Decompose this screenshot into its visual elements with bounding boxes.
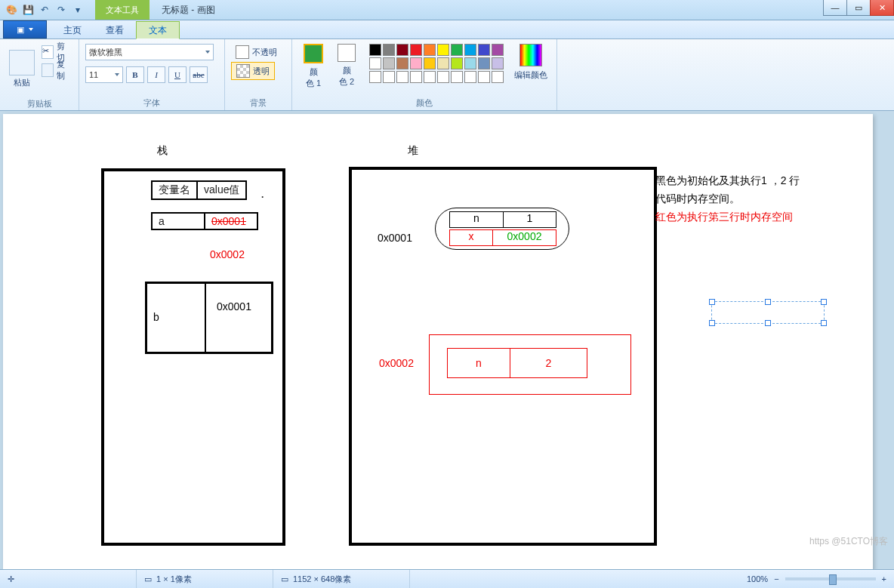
heap1-n-key: n bbox=[450, 212, 504, 227]
copy-button[interactable]: 复制 bbox=[40, 62, 72, 79]
palette-swatch[interactable] bbox=[396, 44, 408, 56]
close-button[interactable]: ✕ bbox=[870, 0, 894, 16]
copy-label: 复制 bbox=[57, 59, 71, 82]
maximize-button[interactable]: ▭ bbox=[846, 0, 871, 16]
palette-swatch[interactable] bbox=[410, 57, 422, 69]
quick-access-toolbar: 🎨 💾 ↶ ↷ ▾ bbox=[0, 3, 89, 17]
heap1-x-key: x bbox=[450, 230, 493, 245]
palette-swatch[interactable] bbox=[383, 44, 395, 56]
palette-swatch[interactable] bbox=[396, 57, 408, 69]
a-newval: 0x0002 bbox=[210, 248, 245, 260]
edit-colors-label: 编辑颜色 bbox=[514, 69, 547, 81]
palette-swatch[interactable] bbox=[383, 71, 395, 83]
minimize-button[interactable]: — bbox=[823, 0, 847, 16]
palette-swatch[interactable] bbox=[492, 71, 504, 83]
palette-swatch[interactable] bbox=[464, 71, 476, 83]
palette-swatch[interactable] bbox=[424, 57, 436, 69]
zoom-in-button[interactable]: + bbox=[882, 574, 886, 583]
tab-text[interactable]: 文本 bbox=[136, 21, 180, 39]
cut-button[interactable]: ✂剪切 bbox=[40, 44, 72, 60]
palette-swatch[interactable] bbox=[410, 44, 422, 56]
file-menu-button[interactable]: ▣ bbox=[3, 20, 47, 38]
font-size-combo[interactable]: 11 bbox=[85, 66, 123, 83]
cell-a-val: 0x0001 bbox=[205, 214, 252, 229]
heap2-n-val: 2 bbox=[510, 349, 587, 377]
palette-swatch[interactable] bbox=[451, 57, 463, 69]
underline-button[interactable]: U bbox=[168, 66, 187, 83]
paste-label: 粘贴 bbox=[14, 77, 30, 88]
canvas-area[interactable]: 栈 堆 变量名 value值 . a 0x0001 0x0002 b 0x000… bbox=[0, 111, 894, 569]
palette-swatch[interactable] bbox=[383, 57, 395, 69]
crosshair-icon: ✛ bbox=[8, 574, 14, 584]
scissors-icon: ✂ bbox=[42, 45, 54, 59]
tab-view[interactable]: 查看 bbox=[94, 22, 136, 38]
palette-swatch[interactable] bbox=[451, 44, 463, 56]
palette-swatch[interactable] bbox=[424, 71, 436, 83]
zoom-slider[interactable] bbox=[785, 577, 876, 580]
palette-swatch[interactable] bbox=[437, 71, 449, 83]
palette-swatch[interactable] bbox=[396, 71, 408, 83]
zoom-out-button[interactable]: − bbox=[774, 574, 778, 583]
transparent-button[interactable]: 透明 bbox=[231, 62, 275, 80]
color2-button[interactable]: 颜 色 2 bbox=[331, 44, 362, 88]
edit-colors-button[interactable]: 编辑颜色 bbox=[511, 44, 550, 81]
palette-swatch[interactable] bbox=[437, 44, 449, 56]
color2-label: 颜 色 2 bbox=[339, 65, 354, 88]
tab-home[interactable]: 主页 bbox=[51, 22, 94, 38]
bold-button[interactable]: B bbox=[126, 66, 144, 83]
palette-swatch[interactable] bbox=[492, 57, 504, 69]
cell-b-val: 0x0001 bbox=[217, 300, 251, 312]
palette-swatch[interactable] bbox=[464, 44, 476, 56]
canvas[interactable]: 栈 堆 变量名 value值 . a 0x0001 0x0002 b 0x000… bbox=[3, 114, 873, 569]
group-clipboard: 粘贴 ✂剪切 复制 剪贴板 bbox=[0, 39, 79, 110]
palette-swatch[interactable] bbox=[369, 57, 381, 69]
palette-swatch[interactable] bbox=[424, 44, 436, 56]
palette-swatch[interactable] bbox=[437, 57, 449, 69]
palette-swatch[interactable] bbox=[369, 44, 381, 56]
palette-swatch[interactable] bbox=[478, 44, 490, 56]
italic-button[interactable]: I bbox=[147, 66, 165, 83]
window-title: 无标题 - 画图 bbox=[162, 4, 215, 17]
color1-button[interactable]: 颜 色 1 bbox=[298, 44, 328, 89]
note-line1: 黑色为初始化及其执行1 ，2 行 bbox=[655, 174, 800, 188]
strike-button[interactable]: abc bbox=[190, 66, 208, 83]
font-family-combo[interactable]: 微软雅黑 bbox=[85, 44, 214, 60]
palette-swatch[interactable] bbox=[451, 71, 463, 83]
heap2-n-key: n bbox=[448, 349, 510, 377]
color2-swatch bbox=[338, 44, 356, 62]
app-icon[interactable]: 🎨 bbox=[5, 3, 18, 17]
cell-a-name: a bbox=[153, 214, 205, 229]
palette-swatch[interactable] bbox=[478, 71, 490, 83]
th-val: value值 bbox=[198, 182, 245, 199]
palette-swatch[interactable] bbox=[478, 57, 490, 69]
text-selection-frame[interactable] bbox=[711, 301, 825, 324]
redo-icon[interactable]: ↷ bbox=[54, 3, 68, 17]
status-canvas-size: ▭1152 × 648像素 bbox=[273, 570, 410, 588]
color-palette bbox=[369, 44, 504, 83]
row-a: a 0x0001 bbox=[151, 212, 258, 230]
zoom-level: 100% bbox=[747, 574, 768, 583]
palette-swatch[interactable] bbox=[410, 71, 422, 83]
palette-swatch[interactable] bbox=[369, 71, 381, 83]
heap-title: 堆 bbox=[408, 144, 418, 158]
ribbon: 粘贴 ✂剪切 复制 剪贴板 微软雅黑 11 B I U abc 字 bbox=[0, 39, 894, 111]
transparent-label: 透明 bbox=[253, 66, 270, 77]
rainbow-icon bbox=[519, 44, 542, 66]
transparent-icon bbox=[236, 64, 250, 78]
heap1-obj: n 1 x 0x0002 bbox=[435, 208, 569, 250]
heap1-n-val: 1 bbox=[504, 212, 556, 227]
palette-swatch[interactable] bbox=[464, 57, 476, 69]
group-font: 微软雅黑 11 B I U abc 字体 bbox=[79, 39, 225, 110]
undo-icon[interactable]: ↶ bbox=[38, 3, 51, 17]
save-icon[interactable]: 💾 bbox=[21, 3, 35, 17]
contextual-tab-label: 文本工具 bbox=[95, 0, 150, 20]
palette-swatch[interactable] bbox=[492, 44, 504, 56]
opaque-button[interactable]: 不透明 bbox=[231, 44, 282, 60]
ribbon-tabs: ▣ 主页 查看 文本 bbox=[0, 20, 894, 39]
heap2-addr: 0x0002 bbox=[379, 357, 414, 369]
qat-dropdown-icon[interactable]: ▾ bbox=[71, 3, 85, 17]
titlebar: 🎨 💾 ↶ ↷ ▾ 文本工具 无标题 - 画图 — ▭ ✕ bbox=[0, 0, 894, 20]
color1-label: 颜 色 1 bbox=[306, 66, 321, 89]
row-b: b 0x0001 bbox=[145, 282, 273, 354]
paste-button[interactable]: 粘贴 bbox=[6, 44, 37, 94]
